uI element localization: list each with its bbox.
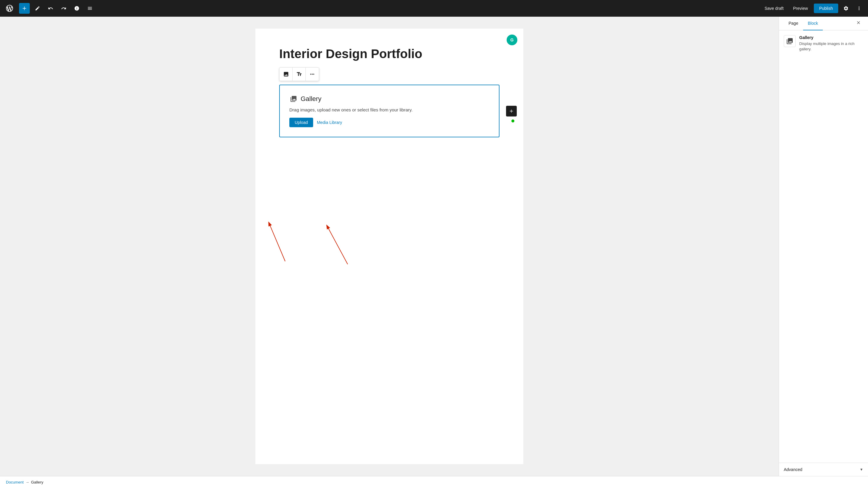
page-tab[interactable]: Page xyxy=(784,17,803,30)
gallery-icon xyxy=(290,95,297,103)
right-sidebar: Page Block Gallery Display multiple imag… xyxy=(779,17,868,476)
gallery-block-header: Gallery xyxy=(289,95,489,103)
media-library-link[interactable]: Media Library xyxy=(317,120,342,125)
undo-icon xyxy=(48,6,53,11)
sidebar-block-title: Gallery xyxy=(799,35,863,40)
settings-button[interactable] xyxy=(841,3,851,14)
block-tab[interactable]: Block xyxy=(803,17,823,30)
plus-icon xyxy=(22,6,27,11)
annotation-arrow-2 xyxy=(327,226,348,264)
breadcrumb-separator: → xyxy=(25,480,29,484)
publish-button[interactable]: Publish xyxy=(814,4,838,13)
gallery-block-description: Drag images, upload new ones or select f… xyxy=(289,107,489,112)
text-icon xyxy=(296,71,302,77)
main-toolbar: Save draft Preview Publish xyxy=(0,0,868,17)
advanced-header[interactable]: Advanced ▼ xyxy=(779,463,868,476)
block-more-options-button[interactable] xyxy=(306,68,319,81)
chevron-down-icon: ▼ xyxy=(860,467,863,471)
preview-button[interactable]: Preview xyxy=(789,4,811,12)
sidebar-block-description: Display multiple images in a rich galler… xyxy=(799,41,863,52)
list-view-button[interactable] xyxy=(85,3,95,14)
breadcrumb-document[interactable]: Document xyxy=(6,480,24,484)
advanced-label: Advanced xyxy=(784,467,802,472)
redo-button[interactable] xyxy=(58,3,69,14)
close-icon xyxy=(856,20,861,25)
more-block-icon xyxy=(309,71,315,77)
gallery-block-inner: Gallery Drag images, upload new ones or … xyxy=(289,95,489,127)
edit-tool-button[interactable] xyxy=(32,3,43,14)
add-block-side-button[interactable] xyxy=(506,106,517,116)
gallery-block[interactable]: Gallery Drag images, upload new ones or … xyxy=(279,85,499,137)
redo-icon xyxy=(61,6,66,11)
gallery-block-title: Gallery xyxy=(301,95,321,103)
gallery-block-actions: Upload Media Library xyxy=(289,118,489,127)
undo-button[interactable] xyxy=(45,3,56,14)
status-dot xyxy=(512,119,515,122)
sidebar-tabs: Page Block xyxy=(779,17,868,30)
block-text-tool-button[interactable] xyxy=(292,68,306,81)
wordpress-icon xyxy=(5,4,14,12)
ellipsis-icon xyxy=(857,6,862,11)
user-avatar: G xyxy=(507,34,517,45)
image-icon xyxy=(283,71,289,77)
block-info: Gallery Display multiple images in a ric… xyxy=(784,35,863,52)
gallery-sidebar-icon xyxy=(786,37,793,45)
info-icon xyxy=(74,6,80,11)
pencil-icon xyxy=(35,6,40,11)
toolbar-right: Save draft Preview Publish xyxy=(761,3,864,14)
list-icon xyxy=(87,6,93,11)
more-options-button[interactable] xyxy=(854,3,864,14)
add-block-button[interactable] xyxy=(19,3,30,14)
editor-canvas: G Interior Design Portfolio xyxy=(255,29,523,464)
block-info-text: Gallery Display multiple images in a ric… xyxy=(799,35,863,52)
block-image-tool-button[interactable] xyxy=(280,68,292,81)
editor-area: G Interior Design Portfolio xyxy=(0,17,779,476)
block-toolbar xyxy=(279,67,319,81)
breadcrumb-gallery: Gallery xyxy=(31,480,43,484)
plus-side-icon xyxy=(509,109,514,114)
advanced-section: Advanced ▼ xyxy=(779,463,868,476)
sidebar-body: Gallery Display multiple images in a ric… xyxy=(779,30,868,463)
sidebar-close-button[interactable] xyxy=(854,18,863,29)
settings-icon xyxy=(843,6,849,11)
save-draft-button[interactable]: Save draft xyxy=(761,4,787,12)
info-button[interactable] xyxy=(71,3,82,14)
annotation-arrow-1 xyxy=(269,223,285,261)
main-layout: G Interior Design Portfolio xyxy=(0,17,868,476)
upload-button[interactable]: Upload xyxy=(289,118,313,127)
wp-logo xyxy=(4,2,16,14)
page-title[interactable]: Interior Design Portfolio xyxy=(279,47,499,61)
breadcrumb-bar: Document → Gallery xyxy=(0,476,868,488)
sidebar-block-icon xyxy=(784,35,796,47)
gallery-block-icon xyxy=(289,95,298,103)
